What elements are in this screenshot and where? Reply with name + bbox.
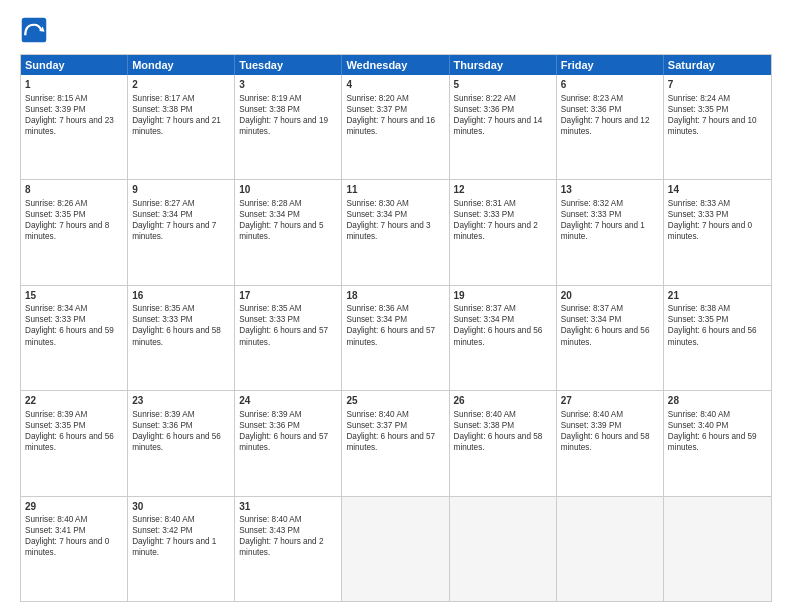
daylight: Daylight: 6 hours and 56 minutes.: [668, 326, 757, 346]
calendar-cell: 18Sunrise: 8:36 AMSunset: 3:34 PMDayligh…: [342, 286, 449, 390]
sunset: Sunset: 3:34 PM: [239, 210, 300, 219]
sunset: Sunset: 3:36 PM: [239, 421, 300, 430]
calendar-cell: 28Sunrise: 8:40 AMSunset: 3:40 PMDayligh…: [664, 391, 771, 495]
daylight: Daylight: 6 hours and 56 minutes.: [25, 432, 114, 452]
daylight: Daylight: 7 hours and 7 minutes.: [132, 221, 216, 241]
logo-icon: [20, 16, 48, 44]
calendar-cell: 31Sunrise: 8:40 AMSunset: 3:43 PMDayligh…: [235, 497, 342, 601]
calendar-week: 29Sunrise: 8:40 AMSunset: 3:41 PMDayligh…: [21, 497, 771, 601]
calendar-body: 1Sunrise: 8:15 AMSunset: 3:39 PMDaylight…: [21, 75, 771, 601]
day-number: 23: [132, 394, 230, 408]
day-number: 11: [346, 183, 444, 197]
sunrise: Sunrise: 8:17 AM: [132, 94, 194, 103]
day-number: 31: [239, 500, 337, 514]
sunrise: Sunrise: 8:30 AM: [346, 199, 408, 208]
sunrise: Sunrise: 8:39 AM: [25, 410, 87, 419]
sunset: Sunset: 3:33 PM: [668, 210, 729, 219]
sunset: Sunset: 3:38 PM: [454, 421, 515, 430]
calendar-cell: 24Sunrise: 8:39 AMSunset: 3:36 PMDayligh…: [235, 391, 342, 495]
calendar-cell: 23Sunrise: 8:39 AMSunset: 3:36 PMDayligh…: [128, 391, 235, 495]
daylight: Daylight: 7 hours and 3 minutes.: [346, 221, 430, 241]
day-number: 14: [668, 183, 767, 197]
sunrise: Sunrise: 8:15 AM: [25, 94, 87, 103]
sunrise: Sunrise: 8:39 AM: [239, 410, 301, 419]
daylight: Daylight: 7 hours and 19 minutes.: [239, 116, 328, 136]
sunrise: Sunrise: 8:28 AM: [239, 199, 301, 208]
day-number: 18: [346, 289, 444, 303]
sunrise: Sunrise: 8:33 AM: [668, 199, 730, 208]
calendar-header-row: SundayMondayTuesdayWednesdayThursdayFrid…: [21, 55, 771, 75]
daylight: Daylight: 7 hours and 0 minutes.: [25, 537, 109, 557]
sunset: Sunset: 3:36 PM: [561, 105, 622, 114]
calendar-day-header: Thursday: [450, 55, 557, 75]
day-number: 10: [239, 183, 337, 197]
sunset: Sunset: 3:33 PM: [239, 315, 300, 324]
sunrise: Sunrise: 8:31 AM: [454, 199, 516, 208]
sunset: Sunset: 3:39 PM: [25, 105, 86, 114]
day-number: 24: [239, 394, 337, 408]
calendar-day-header: Friday: [557, 55, 664, 75]
page: SundayMondayTuesdayWednesdayThursdayFrid…: [0, 0, 792, 612]
sunset: Sunset: 3:35 PM: [668, 315, 729, 324]
calendar-day-header: Wednesday: [342, 55, 449, 75]
sunrise: Sunrise: 8:20 AM: [346, 94, 408, 103]
sunrise: Sunrise: 8:37 AM: [561, 304, 623, 313]
day-number: 22: [25, 394, 123, 408]
calendar-week: 15Sunrise: 8:34 AMSunset: 3:33 PMDayligh…: [21, 286, 771, 391]
sunrise: Sunrise: 8:23 AM: [561, 94, 623, 103]
daylight: Daylight: 7 hours and 1 minute.: [132, 537, 216, 557]
daylight: Daylight: 7 hours and 14 minutes.: [454, 116, 543, 136]
sunset: Sunset: 3:40 PM: [668, 421, 729, 430]
calendar-cell: 13Sunrise: 8:32 AMSunset: 3:33 PMDayligh…: [557, 180, 664, 284]
calendar-cell: 15Sunrise: 8:34 AMSunset: 3:33 PMDayligh…: [21, 286, 128, 390]
sunset: Sunset: 3:37 PM: [346, 105, 407, 114]
daylight: Daylight: 6 hours and 59 minutes.: [668, 432, 757, 452]
sunrise: Sunrise: 8:19 AM: [239, 94, 301, 103]
day-number: 30: [132, 500, 230, 514]
sunrise: Sunrise: 8:40 AM: [668, 410, 730, 419]
calendar-cell: 17Sunrise: 8:35 AMSunset: 3:33 PMDayligh…: [235, 286, 342, 390]
day-number: 20: [561, 289, 659, 303]
day-number: 29: [25, 500, 123, 514]
calendar-cell: 8Sunrise: 8:26 AMSunset: 3:35 PMDaylight…: [21, 180, 128, 284]
calendar-cell: 26Sunrise: 8:40 AMSunset: 3:38 PMDayligh…: [450, 391, 557, 495]
sunset: Sunset: 3:36 PM: [454, 105, 515, 114]
sunrise: Sunrise: 8:35 AM: [132, 304, 194, 313]
daylight: Daylight: 7 hours and 21 minutes.: [132, 116, 221, 136]
calendar-cell: 29Sunrise: 8:40 AMSunset: 3:41 PMDayligh…: [21, 497, 128, 601]
sunset: Sunset: 3:35 PM: [25, 210, 86, 219]
day-number: 2: [132, 78, 230, 92]
calendar-cell: 11Sunrise: 8:30 AMSunset: 3:34 PMDayligh…: [342, 180, 449, 284]
calendar-day-header: Tuesday: [235, 55, 342, 75]
calendar-cell: 19Sunrise: 8:37 AMSunset: 3:34 PMDayligh…: [450, 286, 557, 390]
daylight: Daylight: 6 hours and 57 minutes.: [239, 432, 328, 452]
daylight: Daylight: 6 hours and 56 minutes.: [561, 326, 650, 346]
sunset: Sunset: 3:33 PM: [132, 315, 193, 324]
daylight: Daylight: 7 hours and 12 minutes.: [561, 116, 650, 136]
sunrise: Sunrise: 8:26 AM: [25, 199, 87, 208]
calendar-week: 22Sunrise: 8:39 AMSunset: 3:35 PMDayligh…: [21, 391, 771, 496]
calendar-cell: 4Sunrise: 8:20 AMSunset: 3:37 PMDaylight…: [342, 75, 449, 179]
sunset: Sunset: 3:41 PM: [25, 526, 86, 535]
calendar-cell: 10Sunrise: 8:28 AMSunset: 3:34 PMDayligh…: [235, 180, 342, 284]
daylight: Daylight: 7 hours and 2 minutes.: [239, 537, 323, 557]
calendar-cell: [450, 497, 557, 601]
daylight: Daylight: 6 hours and 58 minutes.: [132, 326, 221, 346]
day-number: 1: [25, 78, 123, 92]
calendar-cell: 20Sunrise: 8:37 AMSunset: 3:34 PMDayligh…: [557, 286, 664, 390]
calendar-day-header: Monday: [128, 55, 235, 75]
sunset: Sunset: 3:38 PM: [239, 105, 300, 114]
day-number: 4: [346, 78, 444, 92]
day-number: 8: [25, 183, 123, 197]
calendar-cell: 1Sunrise: 8:15 AMSunset: 3:39 PMDaylight…: [21, 75, 128, 179]
day-number: 7: [668, 78, 767, 92]
sunrise: Sunrise: 8:32 AM: [561, 199, 623, 208]
calendar-cell: 27Sunrise: 8:40 AMSunset: 3:39 PMDayligh…: [557, 391, 664, 495]
sunset: Sunset: 3:34 PM: [346, 315, 407, 324]
sunset: Sunset: 3:33 PM: [454, 210, 515, 219]
day-number: 21: [668, 289, 767, 303]
sunset: Sunset: 3:33 PM: [561, 210, 622, 219]
sunrise: Sunrise: 8:40 AM: [454, 410, 516, 419]
logo: [20, 16, 52, 44]
calendar-week: 1Sunrise: 8:15 AMSunset: 3:39 PMDaylight…: [21, 75, 771, 180]
